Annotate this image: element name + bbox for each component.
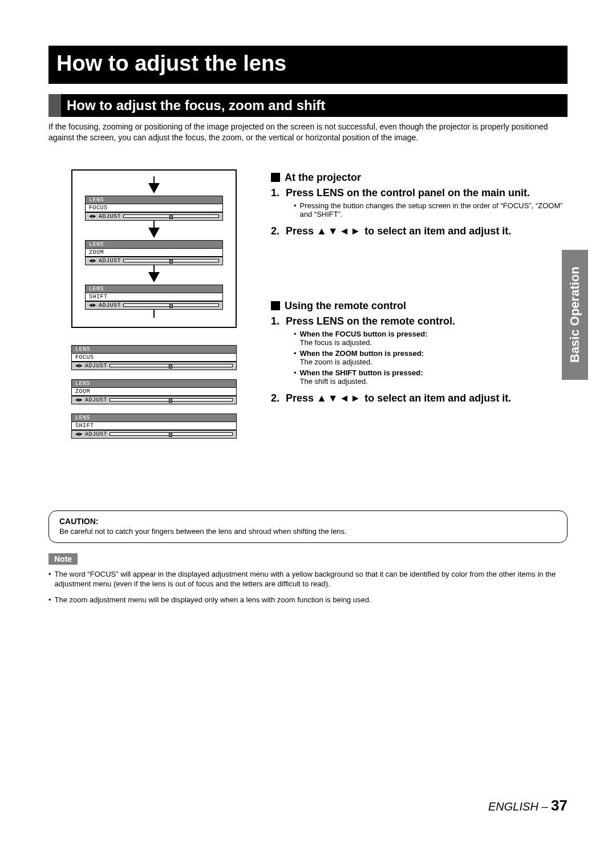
intro-text: If the focusing, zooming or positioning … [48, 121, 568, 143]
menu-zoom: LENS ZOOM ◄►ADJUST [85, 240, 223, 265]
note-zoom: When the ZOOM button is pressed:The zoom… [294, 349, 568, 366]
caution-text: Be careful not to catch your fingers bet… [59, 527, 557, 536]
side-tab-basic-operation: Basic Operation [562, 250, 588, 380]
step-2-remote: 2.Press ▲▼◄► to select an item and adjus… [271, 392, 568, 404]
caution-box: CAUTION: Be careful not to catch your fi… [48, 510, 568, 543]
menu-shift: LENS SHIFT ◄►ADJUST [85, 285, 223, 310]
note-label: Note [48, 553, 78, 565]
adjust-icon: ◄► [89, 213, 96, 220]
heading-at-projector: At the projector [271, 172, 568, 184]
adjust-icon: ◄► [75, 431, 83, 437]
arrow-down-icon [148, 228, 160, 238]
arrow-down-icon [148, 183, 160, 193]
adjust-icon: ◄► [75, 363, 83, 369]
menu-zoom-small: LENS ZOOM ◄►ADJUST [71, 379, 237, 404]
note-list: The word “FOCUS” will appear in the disp… [48, 569, 568, 605]
arrow-keys-icon: ▲▼◄► [317, 392, 362, 404]
adjust-icon: ◄► [75, 397, 83, 403]
step-1-projector: 1.Press LENS on the control panel on the… [271, 187, 568, 199]
step-1-remote: 1.Press LENS on the remote control. [271, 315, 568, 327]
heading-using-remote: Using the remote control [271, 300, 568, 312]
menu-focus-small: LENS FOCUS ◄►ADJUST [71, 345, 237, 370]
page-footer: ENGLISH – 37 [488, 797, 568, 814]
menu-shift-small: LENS SHIFT ◄►ADJUST [71, 414, 237, 439]
diagram-column: LENS FOCUS ◄►ADJUST LENS ZOOM ◄►ADJUST L… [48, 169, 237, 448]
remote-menu-diagram: LENS FOCUS ◄►ADJUST LENS ZOOM ◄►ADJUST L… [71, 345, 237, 439]
menu-focus: LENS FOCUS ◄►ADJUST [85, 196, 223, 221]
arrow-down-icon [148, 272, 160, 282]
flow-diagram: LENS FOCUS ◄►ADJUST LENS ZOOM ◄►ADJUST L… [71, 169, 237, 328]
caution-label: CAUTION: [59, 517, 557, 526]
arrow-keys-icon: ▲▼◄► [317, 225, 362, 237]
note-focus: When the FOCUS button is pressed:The foc… [294, 330, 568, 347]
square-bullet-icon [271, 301, 280, 310]
note-item: The word “FOCUS” will appear in the disp… [48, 569, 568, 589]
step-2-projector: 2.Press ▲▼◄► to select an item and adjus… [271, 225, 568, 237]
instructions-column: At the projector 1.Press LENS on the con… [271, 169, 568, 448]
page-title: How to adjust the lens [48, 46, 568, 84]
section-title: How to adjust the focus, zoom and shift [48, 94, 568, 117]
adjust-icon: ◄► [89, 302, 96, 309]
adjust-icon: ◄► [89, 258, 96, 264]
step-1-projector-note: Pressing the button changes the setup sc… [294, 201, 568, 218]
note-item: The zoom adjustment menu will be display… [48, 595, 568, 605]
note-shift: When the SHIFT button is pressed:The shi… [294, 368, 568, 386]
square-bullet-icon [271, 173, 280, 182]
